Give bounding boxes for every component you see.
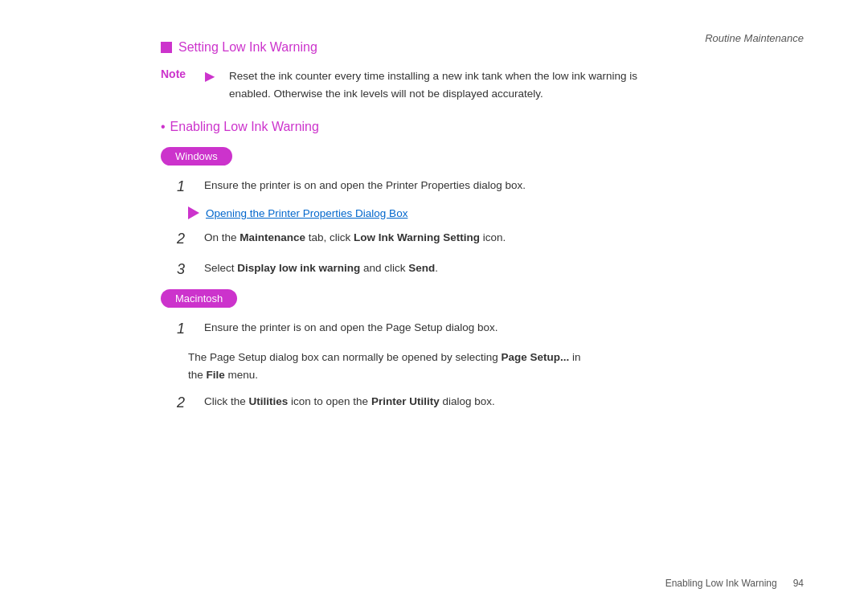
step-number-1: 1 <box>177 177 191 197</box>
mac-step-1: 1 Ensure the printer is on and open the … <box>177 319 804 339</box>
mac-step-2: 2 Click the Utilities icon to open the P… <box>177 393 804 413</box>
note-arrow-icon: ▶ <box>205 68 221 84</box>
step-text-2: On the Maintenance tab, click Low Ink Wa… <box>204 229 506 247</box>
note-box: Note ▶ Reset the ink counter every time … <box>161 67 804 102</box>
mac-step-text-2: Click the Utilities icon to open the Pri… <box>204 393 495 411</box>
section-square-icon <box>161 42 172 53</box>
section2-title-container: • Enabling Low Ink Warning <box>161 120 804 134</box>
step-text-3: Select Display low ink warning and click… <box>204 260 438 277</box>
mac-steps-2: 2 Click the Utilities icon to open the P… <box>177 393 804 413</box>
section2-title: Enabling Low Ink Warning <box>170 120 319 134</box>
windows-step-2: 2 On the Maintenance tab, click Low Ink … <box>177 229 804 249</box>
mac-step-number-2: 2 <box>177 393 191 413</box>
mac-step-number-1: 1 <box>177 319 191 339</box>
step-text-1: Ensure the printer is on and open the Pr… <box>204 177 526 194</box>
mac-step-text-1: Ensure the printer is on and open the Pa… <box>204 319 498 337</box>
mac-steps: 1 Ensure the printer is on and open the … <box>177 319 804 339</box>
footer: Enabling Low Ink Warning 94 <box>665 578 804 589</box>
step-number-2: 2 <box>177 229 191 249</box>
step-number-3: 3 <box>177 260 191 280</box>
bullet-icon: • <box>161 120 166 134</box>
footer-text: Enabling Low Ink Warning <box>665 578 777 589</box>
header-routine-maintenance: Routine Maintenance <box>705 32 804 44</box>
page: Routine Maintenance Setting Low Ink Warn… <box>0 0 868 613</box>
note-label: Note <box>161 67 197 80</box>
link-line[interactable]: Opening the Printer Properties Dialog Bo… <box>188 206 804 219</box>
footer-page: 94 <box>793 578 804 589</box>
windows-badge: Windows <box>161 147 232 166</box>
windows-step-1: 1 Ensure the printer is on and open the … <box>177 177 804 197</box>
mac-badge: Macintosh <box>161 289 237 308</box>
windows-steps-2-3: 2 On the Maintenance tab, click Low Ink … <box>177 229 804 279</box>
section1-title: Setting Low Ink Warning <box>178 40 317 55</box>
note-text: Reset the ink counter every time install… <box>229 67 647 102</box>
windows-steps: 1 Ensure the printer is on and open the … <box>177 177 804 197</box>
link-arrow-icon <box>188 206 199 219</box>
link-text[interactable]: Opening the Printer Properties Dialog Bo… <box>206 207 407 219</box>
windows-step-3: 3 Select Display low ink warning and cli… <box>177 260 804 280</box>
mac-sub-note: The Page Setup dialog box can normally b… <box>188 349 582 383</box>
